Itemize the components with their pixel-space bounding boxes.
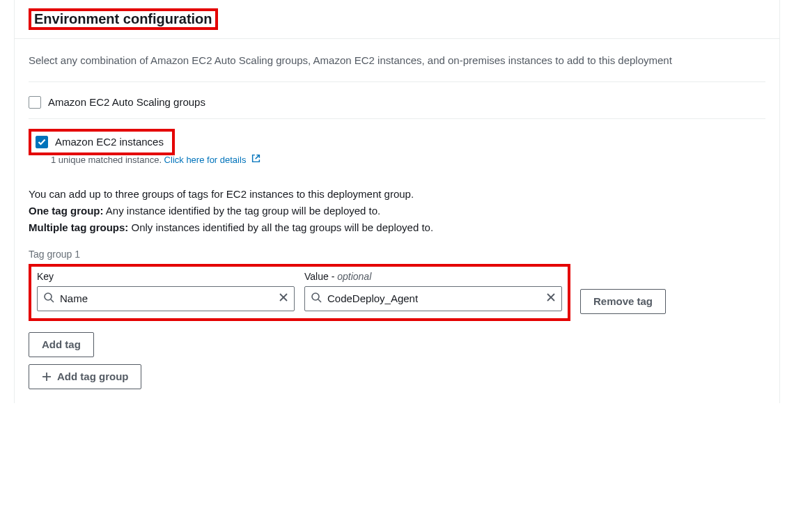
- tag-value-input-wrapper: [304, 286, 562, 311]
- svg-point-4: [312, 293, 319, 300]
- info-line-multi-group: Multiple tag groups: Only instances iden…: [29, 219, 765, 236]
- tag-key-label: Key: [37, 271, 295, 282]
- section-description: Select any combination of Amazon EC2 Aut…: [29, 53, 765, 82]
- tag-key-input-wrapper: [37, 286, 295, 311]
- plus-icon: [42, 372, 52, 382]
- section-header: Environment configuration: [15, 0, 779, 39]
- highlight-tag-inputs: Key Value - optional: [29, 264, 570, 321]
- check-icon: [38, 139, 46, 146]
- option-auto-scaling-row: Amazon EC2 Auto Scaling groups: [29, 92, 765, 119]
- tag-group-1-label: Tag group 1: [29, 249, 765, 260]
- info-multi-label: Multiple tag groups:: [29, 221, 128, 233]
- info-multi-text: Only instances identified by all the tag…: [128, 221, 433, 233]
- clear-key-icon[interactable]: [279, 292, 288, 305]
- svg-line-1: [51, 299, 54, 302]
- search-icon: [311, 292, 322, 306]
- highlight-title: Environment configuration: [29, 8, 218, 30]
- section-body: Select any combination of Amazon EC2 Aut…: [15, 39, 779, 403]
- add-tag-button[interactable]: Add tag: [29, 332, 94, 357]
- tag-key-col: Key: [37, 271, 295, 311]
- svg-line-5: [318, 299, 321, 302]
- match-prefix: 1 unique matched instance.: [51, 155, 164, 165]
- checkbox-auto-scaling[interactable]: [29, 96, 41, 109]
- tag-buttons: Add tag Add tag group: [29, 332, 765, 389]
- remove-tag-wrapper: Remove tag: [580, 289, 666, 321]
- checkbox-auto-scaling-label: Amazon EC2 Auto Scaling groups: [48, 96, 205, 108]
- info-one-label: One tag group:: [29, 205, 104, 217]
- section-title: Environment configuration: [34, 11, 212, 27]
- highlight-ec2-checkbox: Amazon EC2 instances: [29, 129, 175, 155]
- tag-value-label: Value - optional: [304, 271, 562, 282]
- remove-tag-button[interactable]: Remove tag: [580, 289, 666, 314]
- tag-row: Key Value - optional: [29, 264, 765, 321]
- checkbox-ec2-instances-label: Amazon EC2 instances: [55, 136, 164, 148]
- option-ec2-instances-row: Amazon EC2 instances 1 unique matched in…: [29, 129, 765, 165]
- tag-key-input[interactable]: [60, 292, 273, 304]
- environment-config-panel: Environment configuration Select any com…: [14, 0, 780, 403]
- info-line-one-group: One tag group: Any instance identified b…: [29, 203, 765, 219]
- tag-value-label-text: Value -: [304, 271, 337, 282]
- remove-tag-label: Remove tag: [593, 295, 653, 307]
- tag-value-col: Value - optional: [304, 271, 562, 311]
- tag-info-block: You can add up to three groups of tags f…: [29, 186, 765, 236]
- add-tag-group-label: Add tag group: [57, 370, 128, 382]
- external-link-icon: [251, 154, 260, 165]
- search-icon: [43, 292, 54, 306]
- svg-point-0: [45, 293, 52, 300]
- match-details-link[interactable]: Click here for details: [164, 155, 260, 165]
- info-line-1: You can add up to three groups of tags f…: [29, 186, 765, 203]
- tag-value-input[interactable]: [327, 292, 540, 304]
- add-tag-label: Add tag: [42, 338, 81, 350]
- info-one-text: Any instance identified by the tag group…: [104, 205, 381, 217]
- match-details-link-text: Click here for details: [164, 155, 247, 165]
- match-info: 1 unique matched instance. Click here fo…: [51, 154, 765, 165]
- clear-value-icon[interactable]: [546, 292, 556, 305]
- tag-value-optional: optional: [337, 271, 371, 282]
- checkbox-ec2-instances[interactable]: [36, 136, 48, 148]
- add-tag-group-button[interactable]: Add tag group: [29, 364, 141, 389]
